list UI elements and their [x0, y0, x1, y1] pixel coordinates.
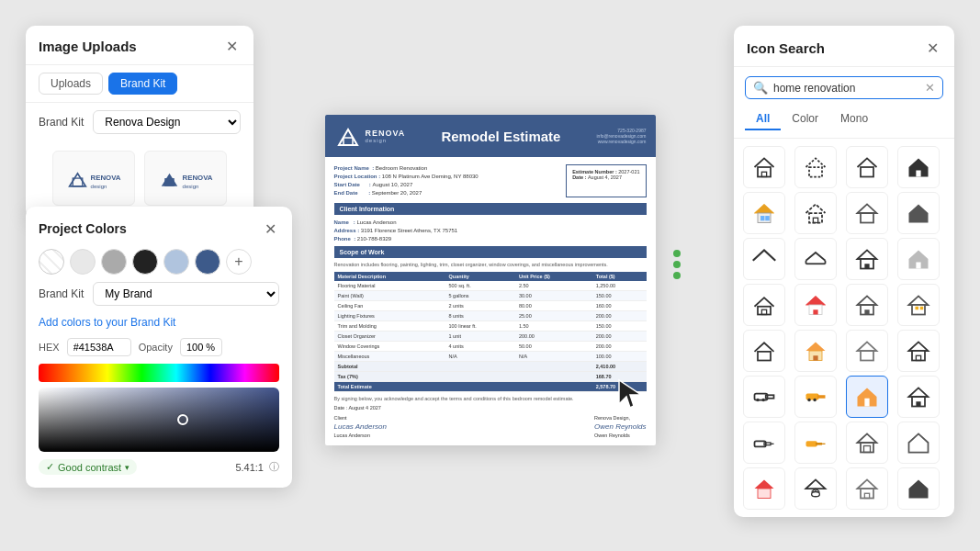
icon-cell[interactable] — [794, 422, 837, 464]
icon-cell[interactable] — [897, 422, 940, 464]
search-icon: 🔍 — [753, 81, 768, 95]
svg-rect-16 — [916, 171, 920, 177]
icon-cell[interactable] — [846, 467, 888, 510]
brand-kit-label: Brand Kit — [39, 116, 84, 129]
icon-cell[interactable] — [743, 146, 785, 188]
doc-header: RENOVA design Remodel Estimate 725-320-2… — [325, 115, 656, 157]
client-signature: Lucas Anderson — [334, 422, 388, 431]
opacity-input[interactable] — [180, 338, 222, 356]
icon-cell[interactable] — [897, 238, 940, 280]
icon-cell[interactable] — [743, 284, 785, 326]
icon-cell[interactable] — [794, 467, 837, 510]
doc-project-info: Project Name : Bedroom Renovation Projec… — [334, 164, 479, 197]
project-colors-close-button[interactable]: ✕ — [261, 219, 279, 238]
company-sig-block: Renova Design, Owen Reynolds Owen Reynol… — [594, 415, 646, 438]
icon-cell[interactable] — [897, 376, 940, 418]
color-swatch-white[interactable] — [70, 249, 96, 275]
col-total: Total ($) — [592, 272, 647, 281]
contrast-ratio: 5.41:1 — [235, 462, 264, 473]
filter-tab-all[interactable]: All — [745, 108, 781, 130]
icon-cell[interactable] — [794, 192, 837, 234]
icon-cell[interactable] — [743, 422, 785, 464]
icon-cell[interactable] — [846, 146, 888, 188]
doc-logo-sub: design — [366, 138, 406, 143]
icon-filter-tabs: All Color Mono — [734, 108, 954, 139]
icon-search-input[interactable] — [773, 82, 919, 95]
icon-cell[interactable] — [794, 330, 837, 372]
filter-tab-color[interactable]: Color — [781, 108, 829, 130]
svg-rect-51 — [861, 351, 873, 361]
svg-marker-85 — [858, 479, 877, 489]
svg-rect-71 — [806, 441, 817, 446]
svg-rect-14 — [861, 167, 873, 177]
subtotal-row: Subtotal2,410.00 — [334, 362, 647, 372]
icon-cell[interactable] — [846, 284, 888, 326]
color-swatch-dark[interactable] — [132, 249, 158, 275]
table-row: Lighting Fixtures8 units25.00200.00 — [334, 311, 647, 321]
svg-rect-5 — [164, 178, 175, 186]
icon-cell[interactable] — [743, 467, 785, 510]
tab-uploads[interactable]: Uploads — [39, 73, 103, 95]
chevron-down-icon[interactable]: ▾ — [125, 463, 130, 472]
icon-cell[interactable] — [846, 330, 888, 372]
hex-input[interactable] — [67, 338, 131, 356]
table-row: Flooring Material500 sq. ft.2.501,250.00 — [334, 281, 647, 291]
svg-marker-65 — [909, 388, 929, 397]
svg-rect-13 — [809, 167, 822, 177]
color-swatch-blue[interactable] — [195, 249, 220, 275]
svg-rect-44 — [916, 307, 919, 310]
svg-point-62 — [813, 399, 817, 402]
svg-point-57 — [756, 399, 760, 402]
icon-cell[interactable] — [897, 467, 940, 510]
check-icon: ✓ — [46, 461, 54, 473]
svg-rect-79 — [758, 489, 771, 499]
image-uploads-close-button[interactable]: ✕ — [222, 37, 241, 55]
info-icon[interactable]: ⓘ — [269, 460, 279, 474]
svg-marker-47 — [806, 342, 826, 351]
icon-cell[interactable] — [846, 376, 888, 418]
scope-section-header: Scope of Work — [334, 246, 647, 258]
tab-brand-kit[interactable]: Brand Kit — [108, 73, 177, 95]
doc-info-row: Project Name : Bedroom Renovation Projec… — [334, 164, 647, 197]
add-colors-link[interactable]: Add colors to your Brand Kit — [39, 316, 175, 329]
icon-search-close-button[interactable]: ✕ — [923, 39, 941, 57]
image-uploads-panel: Image Uploads ✕ Uploads Brand Kit Brand … — [26, 26, 253, 219]
logo-item-1[interactable]: RENOVA design — [52, 151, 135, 206]
icon-cell[interactable] — [743, 238, 785, 280]
icon-cell[interactable] — [897, 192, 940, 234]
color-swatch-slash[interactable] — [39, 249, 64, 275]
icon-cell[interactable] — [846, 238, 888, 280]
icon-cell[interactable] — [794, 376, 837, 418]
add-color-button[interactable]: + — [226, 249, 252, 275]
icon-cell[interactable] — [743, 376, 785, 418]
svg-marker-25 — [909, 204, 929, 222]
icon-cell[interactable] — [794, 238, 837, 280]
tax-row: Tax (7%)168.70 — [334, 372, 647, 382]
icon-cell[interactable] — [897, 146, 940, 188]
icon-cell[interactable] — [897, 284, 940, 326]
color-swatch-gray[interactable] — [101, 249, 127, 275]
svg-text:RENOVA: RENOVA — [91, 173, 121, 181]
color-swatch-light-blue[interactable] — [163, 249, 189, 275]
color-picker-area[interactable] — [39, 388, 279, 452]
logo-item-2[interactable]: RENOVA design — [144, 151, 227, 206]
svg-rect-33 — [916, 263, 920, 269]
icon-cell[interactable] — [743, 192, 785, 234]
svg-marker-36 — [806, 296, 826, 305]
icon-cell[interactable] — [846, 192, 888, 234]
svg-marker-0 — [70, 173, 86, 186]
clear-search-icon[interactable]: ✕ — [925, 81, 935, 95]
brand-kit-select2[interactable]: My Brand — [93, 282, 279, 306]
icon-cell[interactable] — [794, 284, 837, 326]
icon-cell[interactable] — [794, 146, 837, 188]
icon-cell[interactable] — [846, 422, 888, 464]
icon-cell[interactable] — [897, 330, 940, 372]
svg-rect-34 — [758, 307, 771, 315]
doc-logo-area: RENOVA design — [334, 122, 406, 150]
color-spectrum[interactable] — [39, 364, 279, 382]
icon-cell[interactable] — [743, 330, 785, 372]
brand-kit-select[interactable]: Renova Design — [93, 110, 241, 134]
remodel-estimate-document: RENOVA design Remodel Estimate 725-320-2… — [325, 115, 656, 445]
svg-marker-80 — [806, 479, 826, 489]
filter-tab-mono[interactable]: Mono — [829, 108, 879, 130]
